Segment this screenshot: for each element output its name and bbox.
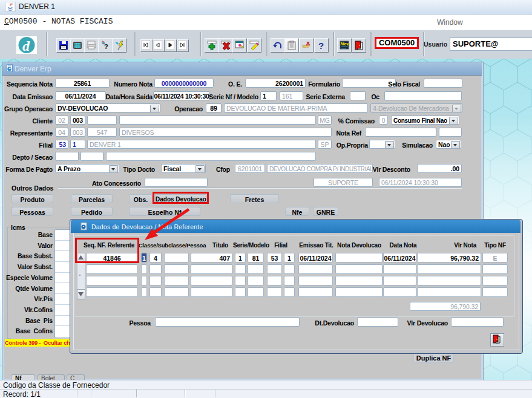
svg-text:?: ? <box>318 41 324 51</box>
svg-text:?: ? <box>104 43 108 50</box>
svg-text:d: d <box>22 38 30 54</box>
